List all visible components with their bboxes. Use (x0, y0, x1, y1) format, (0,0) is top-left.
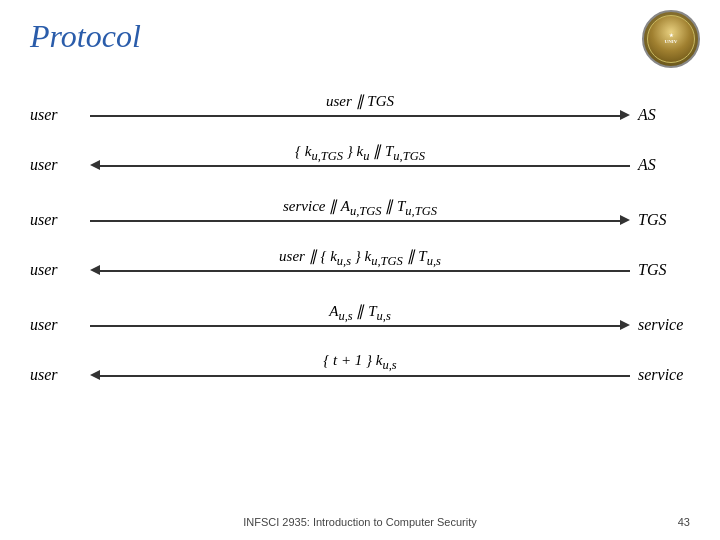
right-label-6: service (638, 366, 698, 384)
protocol-diagram: user AS user ∥ TGS user AS { ku,TGS } ku… (0, 90, 720, 490)
message-label-1: user ∥ TGS (326, 92, 394, 110)
arrow-line-1: user ∥ TGS (90, 114, 630, 116)
protocol-row-3: user TGS service ∥ Au,TGS ∥ Tu,TGS (0, 195, 720, 245)
left-label-4: user (30, 261, 80, 279)
right-label-2: AS (638, 156, 698, 174)
protocol-row-1: user AS user ∥ TGS (0, 90, 720, 140)
left-label-1: user (30, 106, 80, 124)
message-label-3: service ∥ Au,TGS ∥ Tu,TGS (283, 197, 437, 219)
arrow-3: service ∥ Au,TGS ∥ Tu,TGS (90, 219, 630, 221)
footer-page-number: 43 (678, 516, 690, 528)
right-label-3: TGS (638, 211, 698, 229)
protocol-row-4: user TGS user ∥ { ku,s } ku,TGS ∥ Tu,s (0, 245, 720, 295)
message-label-4: user ∥ { ku,s } ku,TGS ∥ Tu,s (279, 247, 441, 269)
protocol-row-6: user service { t + 1 } ku,s (0, 350, 720, 400)
footer-text: INFSCI 2935: Introduction to Computer Se… (0, 516, 720, 528)
left-label-6: user (30, 366, 80, 384)
arrow-2: { ku,TGS } ku ∥ Tu,TGS (90, 164, 630, 166)
arrow-5: Au,s ∥ Tu,s (90, 324, 630, 326)
arrow-line-4: user ∥ { ku,s } ku,TGS ∥ Tu,s (90, 269, 630, 271)
page-title: Protocol (30, 18, 141, 55)
arrow-4: user ∥ { ku,s } ku,TGS ∥ Tu,s (90, 269, 630, 271)
left-label-3: user (30, 211, 80, 229)
arrow-line-5: Au,s ∥ Tu,s (90, 324, 630, 326)
university-seal: ★UNIV (642, 10, 700, 68)
message-label-6: { t + 1 } ku,s (323, 352, 396, 373)
message-label-5: Au,s ∥ Tu,s (329, 302, 391, 324)
left-label-2: user (30, 156, 80, 174)
left-label-5: user (30, 316, 80, 334)
right-label-1: AS (638, 106, 698, 124)
seal-text: ★UNIV (665, 33, 678, 45)
arrow-line-2: { ku,TGS } ku ∥ Tu,TGS (90, 164, 630, 166)
protocol-row-2: user AS { ku,TGS } ku ∥ Tu,TGS (0, 140, 720, 190)
arrow-6: { t + 1 } ku,s (90, 374, 630, 376)
message-label-2: { ku,TGS } ku ∥ Tu,TGS (295, 142, 425, 164)
right-label-4: TGS (638, 261, 698, 279)
arrow-1: user ∥ TGS (90, 114, 630, 116)
protocol-row-5: user service Au,s ∥ Tu,s (0, 300, 720, 350)
arrow-line-6: { t + 1 } ku,s (90, 374, 630, 376)
right-label-5: service (638, 316, 698, 334)
arrow-line-3: service ∥ Au,TGS ∥ Tu,TGS (90, 219, 630, 221)
